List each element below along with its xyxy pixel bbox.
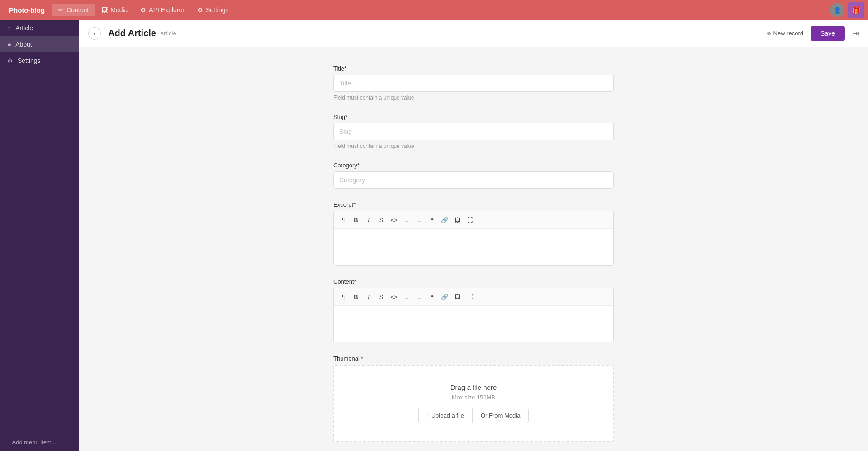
toolbar-unordered-list[interactable]: ≡	[413, 214, 425, 226]
content-field: Content* ¶ B I S <> ≡ ≡ ❝ 🔗 🖼	[333, 278, 614, 342]
thumbnail-drop-title: Drag a file here	[343, 384, 604, 391]
content-toolbar-bold[interactable]: B	[350, 291, 362, 303]
page-title: Add Article	[108, 28, 156, 38]
content-editor: ¶ B I S <> ≡ ≡ ❝ 🔗 🖼 ⛶	[333, 288, 614, 342]
form-container: Title* Field must contain a unique value…	[333, 65, 614, 442]
thumbnail-field: Thumbnail* Drag a file here Max size 150…	[333, 355, 614, 442]
header-bar: ‹ Add Article article New record Save ⇥	[79, 20, 868, 47]
thumbnail-drop-sub: Max size 150MB	[343, 394, 604, 401]
toolbar-italic[interactable]: I	[363, 214, 375, 226]
content-toolbar-image[interactable]: 🖼	[451, 291, 463, 303]
content-toolbar: ¶ B I S <> ≡ ≡ ❝ 🔗 🖼 ⛶	[334, 288, 613, 306]
title-input[interactable]	[333, 75, 614, 92]
form-scroll: Title* Field must contain a unique value…	[79, 47, 868, 451]
toolbar-strikethrough[interactable]: S	[375, 214, 387, 226]
toolbar-ordered-list[interactable]: ≡	[401, 214, 413, 226]
main-layout: ≡ Article ≡ About ⚙ Settings + Add menu …	[0, 20, 868, 451]
content-toolbar-strikethrough[interactable]: S	[375, 291, 387, 303]
content-editor-body[interactable]	[334, 306, 613, 342]
slug-label: Slug*	[333, 114, 614, 120]
sidebar-item-settings[interactable]: ⚙ Settings	[0, 52, 79, 69]
content-area: ‹ Add Article article New record Save ⇥ …	[79, 20, 868, 451]
from-media-button[interactable]: Or From Media	[472, 408, 529, 423]
collapse-button[interactable]: ⇥	[852, 28, 859, 38]
media-icon: 🖼	[101, 6, 108, 14]
content-toolbar-code[interactable]: <>	[388, 291, 400, 303]
content-toolbar-unordered-list[interactable]: ≡	[413, 291, 425, 303]
gift-button[interactable]: 🎁	[848, 2, 864, 18]
toolbar-link[interactable]: 🔗	[439, 214, 451, 226]
sidebar-item-article[interactable]: ≡ Article	[0, 20, 79, 36]
category-field: Category*	[333, 162, 614, 189]
toolbar-image[interactable]: 🖼	[451, 214, 463, 226]
new-record-badge: New record	[767, 30, 803, 37]
thumbnail-label: Thumbnail*	[333, 355, 614, 362]
header-right: New record Save ⇥	[767, 26, 859, 41]
nav-media[interactable]: 🖼 Media	[95, 4, 134, 16]
page-subtitle: article	[161, 30, 176, 37]
content-toolbar-fullscreen[interactable]: ⛶	[464, 291, 476, 303]
excerpt-editor-body[interactable]	[334, 229, 613, 265]
top-nav: Photo-blog ✏ Content 🖼 Media ⚙ API Explo…	[0, 0, 868, 20]
slug-error: Field must contain a unique value	[333, 143, 614, 149]
excerpt-label: Excerpt*	[333, 201, 614, 208]
add-menu-item[interactable]: + Add menu item...	[0, 433, 79, 451]
category-input[interactable]	[333, 171, 614, 189]
save-button[interactable]: Save	[811, 26, 845, 41]
excerpt-editor: ¶ B I S <> ≡ ≡ ❝ 🔗 🖼 ⛶	[333, 211, 614, 266]
toolbar-bold[interactable]: B	[350, 214, 362, 226]
about-icon: ≡	[7, 41, 11, 48]
content-toolbar-link[interactable]: 🔗	[439, 291, 451, 303]
sidebar-item-about[interactable]: ≡ About	[0, 36, 79, 52]
content-label: Content*	[333, 278, 614, 285]
thumbnail-dropzone[interactable]: Drag a file here Max size 150MB ↑ Upload…	[333, 365, 614, 442]
excerpt-toolbar: ¶ B I S <> ≡ ≡ ❝ 🔗 🖼 ⛶	[334, 211, 613, 229]
toolbar-code[interactable]: <>	[388, 214, 400, 226]
brand: Photo-blog	[4, 6, 50, 14]
content-icon: ✏	[58, 6, 64, 14]
nav-content[interactable]: ✏ Content	[52, 4, 95, 16]
thumbnail-buttons: ↑ Upload a file Or From Media	[343, 408, 604, 423]
title-field: Title* Field must contain a unique value	[333, 65, 614, 101]
content-toolbar-italic[interactable]: I	[363, 291, 375, 303]
article-icon: ≡	[7, 24, 11, 32]
toolbar-paragraph[interactable]: ¶	[337, 214, 349, 226]
sidebar-settings-icon: ⚙	[7, 57, 13, 64]
nav-settings[interactable]: ⚙ Settings	[191, 4, 235, 16]
sidebar: ≡ Article ≡ About ⚙ Settings + Add menu …	[0, 20, 79, 451]
top-nav-right: 👤 🎁	[830, 2, 864, 18]
upload-file-button[interactable]: ↑ Upload a file	[418, 408, 472, 423]
api-icon: ⚙	[140, 6, 146, 14]
slug-input[interactable]	[333, 123, 614, 140]
content-toolbar-blockquote[interactable]: ❝	[426, 291, 438, 303]
slug-field: Slug* Field must contain a unique value	[333, 114, 614, 149]
avatar[interactable]: 👤	[830, 3, 844, 17]
content-toolbar-ordered-list[interactable]: ≡	[401, 291, 413, 303]
toolbar-fullscreen[interactable]: ⛶	[464, 214, 476, 226]
category-label: Category*	[333, 162, 614, 169]
nav-api-explorer[interactable]: ⚙ API Explorer	[134, 4, 191, 16]
new-record-dot	[767, 32, 771, 35]
excerpt-field: Excerpt* ¶ B I S <> ≡ ≡ ❝ 🔗 🖼	[333, 201, 614, 266]
back-button[interactable]: ‹	[88, 27, 101, 40]
content-toolbar-paragraph[interactable]: ¶	[337, 291, 349, 303]
title-error: Field must contain a unique value	[333, 95, 614, 101]
toolbar-blockquote[interactable]: ❝	[426, 214, 438, 226]
settings-icon: ⚙	[197, 6, 203, 14]
title-label: Title*	[333, 65, 614, 72]
